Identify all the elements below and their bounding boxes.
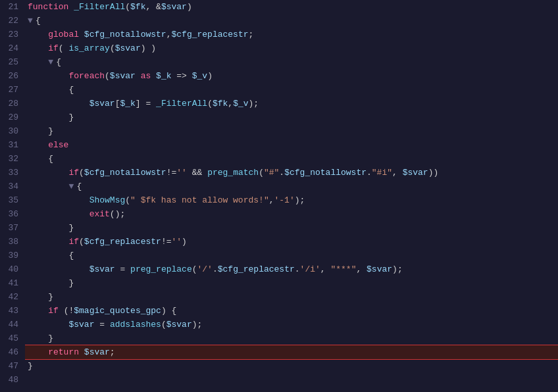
code-line-47: } [25,359,558,373]
code-line-23: global $cfg_notallowstr,$cfg_replacestr; [25,28,558,41]
ln-48: 48 [5,373,18,387]
ln-30: 30 [5,124,18,138]
code-line-48 [25,373,558,387]
code-line-33: if($cfg_notallowstr!='' && preg_match("#… [25,166,558,180]
ln-23: 23 [5,28,18,41]
ln-44: 44 [5,318,18,331]
code-line-34: ▼{ [25,180,558,193]
ln-47: 47 [5,359,18,373]
code-line-28: $svar[$_k] = _FilterAll($fk,$_v); [25,97,558,110]
code-line-45: } [25,331,558,345]
code-line-46: return $svar; [25,345,558,359]
ln-41: 41 [5,276,18,290]
code-line-31: else [25,138,558,152]
code-line-44: $svar = addslashes($svar); [25,318,558,331]
code-line-29: } [25,110,558,124]
ln-26: 26 [5,69,18,83]
ln-38: 38 [5,235,18,249]
ln-39: 39 [5,249,18,262]
ln-45: 45 [5,331,18,345]
code-line-37: } [25,221,558,235]
code-line-36: exit(); [25,207,558,221]
code-line-25: ▼{ [25,55,558,69]
line-numbers: 21 22 23 24 25 26 27 28 29 30 31 32 33 3… [0,0,25,392]
ln-33: 33 [5,166,18,180]
ln-24: 24 [5,41,18,55]
ln-28: 28 [5,97,18,110]
code-line-38: if($cfg_replacestr!='') [25,235,558,249]
ln-27: 27 [5,83,18,97]
code-line-35: ShowMsg(" $fk has not allow words!",'-1'… [25,193,558,207]
ln-46: 46 [5,345,18,359]
code-content: function _FilterAll($fk, &$svar) ▼{ glob… [25,0,558,392]
ln-29: 29 [5,110,18,124]
code-line-21: function _FilterAll($fk, &$svar) [25,0,558,14]
code-line-27: { [25,83,558,97]
ln-35: 35 [5,193,18,207]
code-line-24: if( is_array($svar) ) [25,41,558,55]
ln-36: 36 [5,207,18,221]
code-line-43: if (!$magic_quotes_gpc) { [25,304,558,318]
code-line-26: foreach($svar as $_k => $_v) [25,69,558,83]
code-line-30: } [25,124,558,138]
ln-31: 31 [5,138,18,152]
ln-25: 25 [5,55,18,69]
ln-32: 32 [5,152,18,166]
code-line-40: $svar = preg_replace('/'.$cfg_replacestr… [25,262,558,276]
ln-40: 40 [5,262,18,276]
code-line-39: { [25,249,558,262]
ln-21: 21 [5,0,18,14]
ln-42: 42 [5,290,18,304]
ln-34: 34 [5,180,18,193]
code-line-41: } [25,276,558,290]
code-line-32: { [25,152,558,166]
code-line-42: } [25,290,558,304]
code-line-22: ▼{ [25,14,558,28]
ln-43: 43 [5,304,18,318]
ln-37: 37 [5,221,18,235]
code-editor: 21 22 23 24 25 26 27 28 29 30 31 32 33 3… [0,0,558,392]
ln-22: 22 [5,14,18,28]
